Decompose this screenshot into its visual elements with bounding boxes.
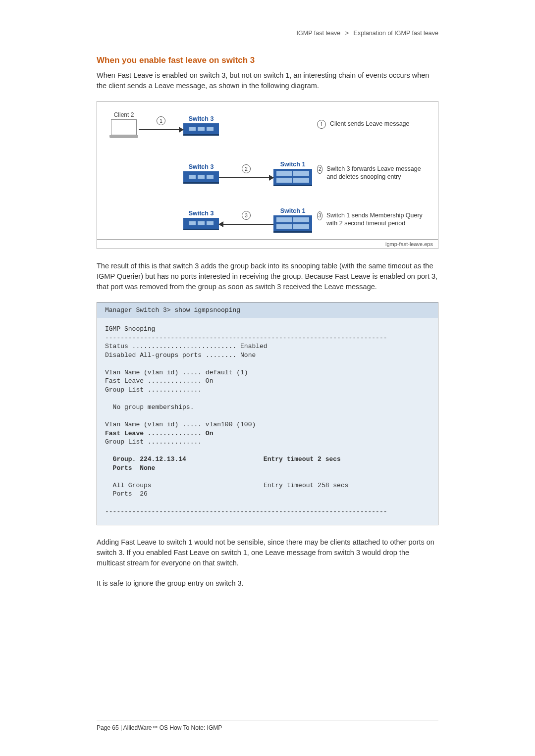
switch-icon [183,123,219,134]
step-badge-3: 3 [242,211,251,220]
arrow-right-icon [139,126,183,133]
legend-1: 1 Client sends Leave message [317,120,426,130]
diagram-row-3: Switch 3 3 Switch 1 3 Switch 1 sends Mem… [109,207,426,231]
laptop-base-icon [109,135,138,138]
switch-large-icon [273,215,312,231]
client-label: Client 2 [109,111,139,118]
arrow-1: 1 [139,116,183,133]
arrow-left-icon [219,221,273,228]
legend-3: 3 Switch 1 sends Membership Query with 2… [317,211,426,228]
legend-3-text: Switch 1 sends Membership Query with 2 s… [326,211,426,228]
arrow-2: 2 [219,164,273,181]
diagram-filename: igmp-fast-leave.eps [97,239,438,249]
client-icon: Client 2 [109,111,139,138]
arrow-3: 3 [219,211,273,228]
step-badge-3b: 3 [317,211,322,220]
diagram-row-2: Switch 3 2 Switch 1 2 Switch 3 forwards … [109,161,426,185]
breadcrumb-sub: Explanation of IGMP fast leave [354,30,438,37]
after-paragraph-2: It is safe to ignore the group entry on … [97,578,438,589]
intro-paragraph: When Fast Leave is enabled on switch 3, … [97,70,438,91]
middle-paragraph: The result of this is that switch 3 adds… [97,261,438,292]
code-body: IGMP Snooping --------------------------… [97,318,438,525]
arrow-right-icon [219,174,273,181]
diagram-row-1: Client 2 1 Switch 3 1 Client sends Leave… [109,111,426,138]
chevron-right-icon: > [345,30,349,37]
step-badge-2b: 2 [317,165,322,174]
switch1-b: Switch 1 [273,207,312,231]
breadcrumb-section: IGMP fast leave [297,30,341,37]
breadcrumb: IGMP fast leave > Explanation of IGMP fa… [97,30,438,37]
switch-icon [183,171,219,182]
switch1-label-b: Switch 1 [273,207,312,214]
switch3-label-b: Switch 3 [183,163,219,170]
legend-2: 2 Switch 3 forwards Leave message and de… [317,165,426,181]
legend-2-text: Switch 3 forwards Leave message and dele… [326,165,426,181]
switch3-label: Switch 3 [183,115,219,122]
code-output: Manager Switch 3> show igmpsnooping IGMP… [97,302,438,525]
after-paragraph-1: Adding Fast Leave to switch 1 would not … [97,537,438,568]
switch3-c: Switch 3 [183,210,219,229]
code-command: Manager Switch 3> show igmpsnooping [97,302,438,318]
switch3-label-c: Switch 3 [183,210,219,217]
switch-large-icon [273,169,312,185]
legend-1-text: Client sends Leave message [330,120,410,128]
switch3-b: Switch 3 [183,163,219,182]
fast-leave-diagram: Client 2 1 Switch 3 1 Client sends Leave… [97,101,438,249]
switch-icon [183,218,219,229]
switch1-a: Switch 1 [273,161,312,185]
switch1-label: Switch 1 [273,161,312,168]
step-badge-1: 1 [157,116,165,125]
step-badge-2: 2 [242,164,251,173]
step-badge-1b: 1 [317,120,326,129]
page-footer: Page 65 | AlliedWare™ OS How To Note: IG… [97,720,438,731]
section-heading: When you enable fast leave on switch 3 [97,55,438,65]
laptop-screen-icon [111,119,137,135]
switch3-a: Switch 3 [183,115,219,134]
